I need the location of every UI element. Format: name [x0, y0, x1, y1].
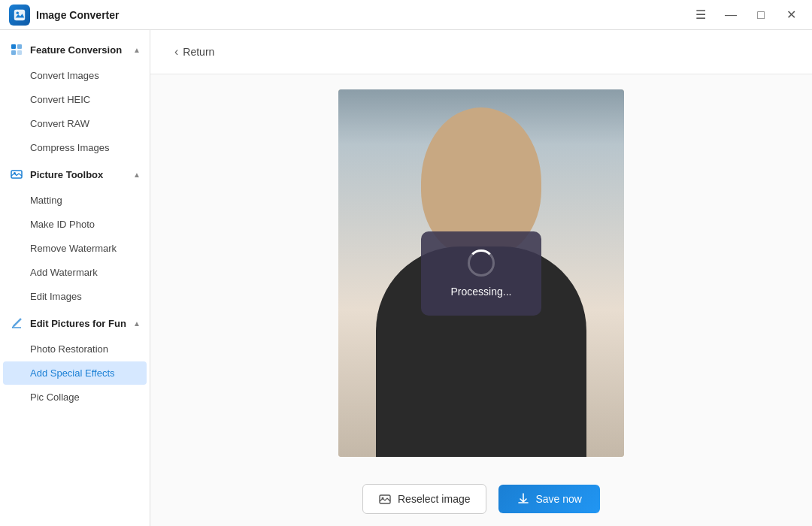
picture-toolbox-label: Picture Toolbox [30, 169, 103, 180]
minimize-button[interactable]: — [719, 3, 743, 27]
save-icon [517, 492, 530, 506]
edit-pictures-label: Edit Pictures for Fun [30, 318, 126, 329]
processing-text: Processing... [451, 286, 512, 298]
sidebar-section-header-picture-toolbox[interactable]: Picture Toolbox ▲ [0, 161, 150, 188]
edit-pictures-chevron: ▲ [133, 319, 141, 328]
content-body: Processing... [150, 74, 812, 472]
sidebar-item-pic-collage[interactable]: Pic Collage [3, 385, 147, 409]
sidebar-item-edit-images[interactable]: Edit Images [3, 285, 147, 308]
reselect-image-button[interactable]: Reselect image [362, 484, 486, 514]
content-header: ‹ Return [150, 30, 812, 74]
svg-rect-2 [11, 44, 16, 49]
sidebar-item-photo-restoration[interactable]: Photo Restoration [3, 337, 147, 361]
picture-toolbox-chevron: ▲ [133, 171, 141, 179]
return-button[interactable]: ‹ Return [168, 42, 220, 62]
sidebar-section-picture-toolbox: Picture Toolbox ▲ Matting Make ID Photo … [0, 161, 150, 308]
loading-spinner [468, 249, 495, 277]
image-container: Processing... [338, 89, 624, 457]
sidebar-item-remove-watermark[interactable]: Remove Watermark [3, 237, 147, 260]
sidebar-item-convert-raw[interactable]: Convert RAW [3, 112, 147, 135]
app-logo [9, 5, 30, 26]
svg-rect-3 [17, 44, 22, 49]
save-now-button[interactable]: Save now [498, 485, 600, 513]
sidebar: Feature Conversion ▲ Convert Images Conv… [0, 30, 150, 526]
feature-conversion-icon [9, 42, 24, 57]
titlebar: Image Converter ☰ — □ ✕ [0, 0, 812, 30]
sidebar-item-add-special-effects[interactable]: Add Special Effects [3, 361, 147, 385]
return-label: Return [183, 46, 214, 58]
content-footer: Reselect image Save now [150, 472, 812, 526]
processing-overlay: Processing... [421, 231, 541, 316]
close-button[interactable]: ✕ [779, 3, 803, 27]
save-label: Save now [536, 493, 582, 505]
sidebar-section-edit-pictures-for-fun: Edit Pictures for Fun ▲ Photo Restoratio… [0, 310, 150, 409]
edit-pictures-icon [9, 316, 24, 331]
sidebar-item-convert-heic[interactable]: Convert HEIC [3, 88, 147, 111]
sidebar-section-header-edit-pictures-for-fun[interactable]: Edit Pictures for Fun ▲ [0, 310, 150, 337]
window-controls: ☰ — □ ✕ [689, 3, 803, 27]
svg-rect-4 [11, 50, 16, 55]
reselect-icon [378, 492, 392, 506]
svg-point-1 [17, 11, 20, 14]
sidebar-item-convert-images[interactable]: Convert Images [3, 64, 147, 87]
maximize-button[interactable]: □ [749, 3, 773, 27]
feature-conversion-label: Feature Conversion [30, 44, 122, 56]
sidebar-item-compress-images[interactable]: Compress Images [3, 136, 147, 159]
menu-button[interactable]: ☰ [689, 3, 713, 27]
sidebar-item-matting[interactable]: Matting [3, 189, 147, 212]
picture-toolbox-icon [9, 167, 24, 182]
sidebar-item-add-watermark[interactable]: Add Watermark [3, 261, 147, 284]
feature-conversion-chevron: ▲ [133, 46, 141, 54]
app-title: Image Converter [36, 9, 689, 21]
main-layout: Feature Conversion ▲ Convert Images Conv… [0, 30, 812, 526]
sidebar-item-make-id-photo[interactable]: Make ID Photo [3, 213, 147, 236]
sidebar-section-feature-conversion: Feature Conversion ▲ Convert Images Conv… [0, 36, 150, 159]
content-area: ‹ Return Processing... [150, 30, 812, 526]
svg-rect-5 [17, 50, 22, 55]
sidebar-section-header-feature-conversion[interactable]: Feature Conversion ▲ [0, 36, 150, 63]
reselect-label: Reselect image [398, 493, 471, 505]
chevron-left-icon: ‹ [174, 45, 178, 59]
svg-rect-0 [14, 9, 25, 20]
